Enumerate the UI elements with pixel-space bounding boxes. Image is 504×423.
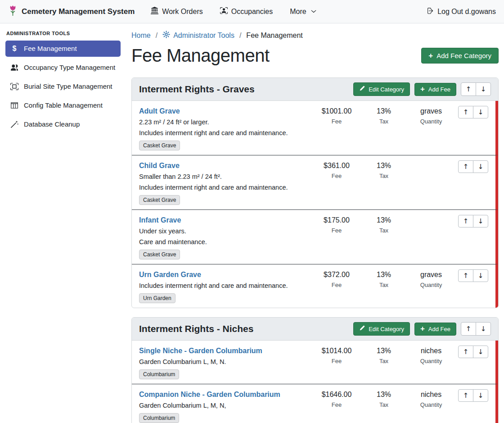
sidebar-item-burial-site-type-management[interactable]: Burial Site Type Management — [5, 78, 121, 95]
breadcrumb-administrator-tools[interactable]: Administrator Tools — [162, 31, 234, 40]
move-category-down-button[interactable]: ↓ — [476, 322, 491, 336]
edit-category-button[interactable]: Edit Category — [353, 82, 410, 96]
move-fee-down-button[interactable]: ↓ — [473, 106, 488, 118]
move-category-up-button[interactable]: ↑ — [461, 82, 476, 96]
fee-name-link[interactable]: Urn Garden Grave — [139, 269, 201, 280]
fee-tag: Casket Grave — [139, 250, 180, 259]
fee-row: Infant Grave Under six years. Care and m… — [132, 209, 498, 264]
fee-description: Includes interment right and care and ma… — [139, 127, 312, 138]
fee-tax: 13% Tax — [361, 160, 406, 181]
fee-reorder-group: ↑ ↓ — [458, 160, 488, 173]
add-fee-category-button[interactable]: + Add Fee Category — [421, 48, 499, 64]
move-fee-up-button[interactable]: ↑ — [458, 215, 473, 227]
category-reorder-group: ↑ ↓ — [461, 82, 491, 96]
top-navbar: Cemetery Management System Work Orders O… — [0, 0, 504, 23]
fee-tag: Urn Garden — [139, 293, 176, 303]
fee-quantity: niches Quantity — [406, 345, 456, 366]
move-fee-down-button[interactable]: ↓ — [473, 160, 488, 173]
move-category-up-button[interactable]: ↑ — [461, 322, 476, 336]
edit-category-button[interactable]: Edit Category — [353, 322, 410, 336]
fee-tax: 13% Tax — [361, 345, 406, 366]
pencil-icon — [359, 86, 365, 93]
pencil-icon — [359, 325, 365, 332]
page-title: Fee Management — [131, 45, 270, 66]
add-fee-button[interactable]: + Add Fee — [414, 83, 456, 96]
logout-link[interactable]: Log Out d.gowans — [425, 7, 496, 17]
app-title: Cemetery Management System — [22, 7, 135, 16]
sidebar: ADMINISTRATOR TOOLS $ Fee Management Occ… — [0, 23, 126, 423]
fee-row: Adult Grave 2.23 m² / 24 ft² or larger. … — [132, 101, 498, 155]
fee-quantity: graves Quantity — [406, 269, 456, 290]
fee-reorder-group: ↑ ↓ — [458, 346, 488, 358]
fee-amount: $1001.00 Fee — [312, 105, 361, 127]
plus-icon: + — [420, 86, 425, 92]
fee-name-link[interactable]: Single Niche - Garden Columbarium — [139, 345, 262, 356]
fee-row: Companion Niche - Garden Columbarium Gar… — [132, 384, 498, 423]
dollar-icon: $ — [10, 45, 19, 53]
breadcrumb: Home / Administrator Tools / Fee Managem… — [131, 31, 499, 40]
sidebar-item-fee-management[interactable]: $ Fee Management — [5, 41, 121, 57]
breadcrumb-separator: / — [239, 32, 241, 40]
tulip-logo-icon — [8, 5, 18, 19]
sidebar-heading: ADMINISTRATOR TOOLS — [6, 31, 120, 36]
category-reorder-group: ↑ ↓ — [461, 322, 491, 336]
fee-quantity: graves Quantity — [406, 105, 456, 127]
fee-name-link[interactable]: Infant Grave — [139, 214, 181, 226]
move-fee-up-button[interactable]: ↑ — [458, 269, 473, 282]
table-icon — [10, 101, 19, 109]
move-category-down-button[interactable]: ↓ — [476, 82, 491, 96]
nav-work-orders[interactable]: Work Orders — [151, 7, 202, 16]
fee-reorder-group: ↑ ↓ — [458, 106, 488, 118]
fee-description: Smaller than 2.23 m² / 24 ft². — [139, 171, 312, 182]
move-fee-down-button[interactable]: ↓ — [473, 215, 488, 227]
fee-name-link[interactable]: Child Grave — [139, 160, 180, 171]
fee-tax: 13% Tax — [361, 105, 406, 127]
sidebar-item-occupancy-type-management[interactable]: Occupancy Type Management — [5, 59, 121, 76]
category-card-graves: Interment Rights - Graves Edit Category … — [131, 77, 499, 308]
fee-row: Child Grave Smaller than 2.23 m² / 24 ft… — [132, 155, 498, 209]
fee-amount: $1014.00 Fee — [312, 345, 361, 366]
fee-tag: Columbarium — [139, 369, 179, 379]
fee-name-link[interactable]: Companion Niche - Garden Columbarium — [139, 389, 280, 400]
category-title: Interment Rights - Graves — [139, 84, 255, 95]
move-fee-up-button[interactable]: ↑ — [458, 106, 473, 118]
fee-amount: $1646.00 Fee — [312, 389, 361, 410]
nav-occupancies[interactable]: Occupancies — [220, 7, 273, 16]
move-fee-down-button[interactable]: ↓ — [473, 269, 488, 282]
fee-description: Includes interment right and care and ma… — [139, 182, 312, 193]
breadcrumb-home[interactable]: Home — [131, 32, 151, 40]
fee-description: Garden Columbarium L, M, N, — [139, 400, 312, 411]
breadcrumb-separator: / — [156, 32, 158, 40]
fee-name-link[interactable]: Adult Grave — [139, 105, 180, 117]
move-fee-up-button[interactable]: ↑ — [458, 389, 473, 402]
fee-tag: Casket Grave — [139, 141, 180, 150]
fee-description: 2.23 m² / 24 ft² or larger. — [139, 117, 312, 127]
magic-wand-icon — [10, 120, 19, 128]
fee-amount: $361.00 Fee — [312, 160, 361, 181]
fee-description: Garden Columbarium L, M, N. — [139, 356, 312, 367]
move-fee-up-button[interactable]: ↑ — [458, 160, 473, 173]
fee-description: Includes interment right and care and ma… — [139, 280, 312, 291]
move-fee-down-button[interactable]: ↓ — [473, 346, 488, 358]
add-fee-button[interactable]: + Add Fee — [414, 323, 456, 336]
move-fee-up-button[interactable]: ↑ — [458, 346, 473, 358]
fee-tax: 13% Tax — [361, 389, 406, 410]
category-title: Interment Rights - Niches — [139, 323, 253, 334]
category-header: Interment Rights - Niches Edit Category … — [132, 318, 498, 341]
category-card-niches: Interment Rights - Niches Edit Category … — [131, 317, 499, 423]
move-fee-down-button[interactable]: ↓ — [473, 389, 488, 402]
fee-reorder-group: ↑ ↓ — [458, 215, 488, 227]
fee-row: Single Niche - Garden Columbarium Garden… — [132, 341, 498, 384]
logout-icon — [425, 7, 433, 17]
fee-reorder-group: ↑ ↓ — [458, 269, 488, 282]
fee-tag: Casket Grave — [139, 195, 180, 205]
plus-icon: + — [428, 53, 433, 59]
main-content: Home / Administrator Tools / Fee Managem… — [126, 23, 504, 423]
sidebar-item-database-cleanup[interactable]: Database Cleanup — [5, 116, 121, 132]
person-bounding-box-icon — [220, 7, 228, 16]
fee-reorder-group: ↑ ↓ — [458, 389, 488, 402]
sidebar-item-config-table-management[interactable]: Config Table Management — [5, 97, 121, 114]
nav-more[interactable]: More — [290, 8, 316, 16]
navbar-links: Work Orders Occupancies More — [151, 7, 316, 16]
fee-tax: 13% Tax — [361, 269, 406, 290]
